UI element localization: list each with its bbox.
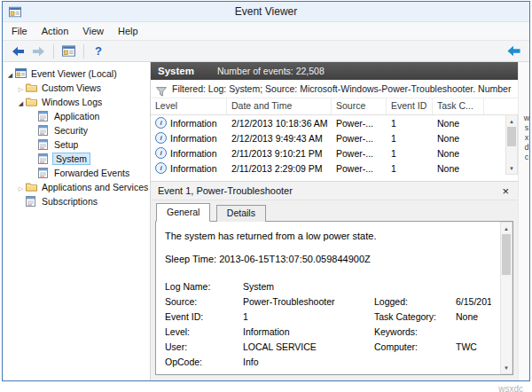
field-row: User: LOCAL SERVICE Computer: TWC [165,339,491,354]
watermark-bottom: wsxdc [498,384,523,392]
field-row: Event ID: 1 Task Category: None [165,309,491,324]
field-row: Level: Information Keywords: [165,324,491,339]
filter-text: Filtered: Log: System; Source: Microsoft… [172,83,512,94]
right-edge-strip [518,62,529,380]
toolbar-separator [53,44,54,59]
tree-item-custom-views[interactable]: Custom Views [3,81,150,95]
field-row: Log Name: System [165,278,491,294]
event-row[interactable]: iInformation 2/11/2013 2:29:09 PM Power-… [151,161,518,176]
tree-item-system[interactable]: System [3,152,150,166]
log-header-bar: System Number of events: 22,508 [151,62,518,80]
pane-left-arrow-icon[interactable] [504,43,523,59]
scrollbar-thumb[interactable] [502,234,511,275]
expander-icon[interactable] [5,68,15,79]
console-icon [15,68,27,79]
funnel-icon [156,84,167,94]
results-pane: System Number of events: 22,508 Filtered… [151,62,518,380]
event-list-header: Level Date and Time Source Event ID Task… [151,98,518,115]
log-name: System [158,66,194,76]
tree-item-forwarded-events[interactable]: Forwarded Events [3,166,150,180]
event-viewer-window: Event Viewer File Action View Help ? [2,1,530,381]
screenshot-root: Event Viewer File Action View Help ? [0,0,532,392]
folder-icon [26,182,38,192]
forward-arrow-icon[interactable] [28,43,48,59]
event-detail-pane: Event 1, Power-Troubleshooter × General … [151,181,518,380]
column-header-source[interactable]: Source [332,98,387,114]
filter-notice-bar: Filtered: Log: System; Source: Microsoft… [151,80,518,98]
event-detail-title: Event 1, Power-Troubleshooter [158,185,293,196]
pane-splitter[interactable] [151,175,518,181]
event-message: The system has returned from a low power… [165,231,491,241]
main-area: Event Viewer (Local) Custom Views Window… [3,62,529,380]
scrollbar-thumb[interactable] [507,127,516,146]
information-icon: i [155,132,167,144]
column-header-date-time[interactable]: Date and Time [227,98,332,114]
scroll-down-icon[interactable]: ▼ [506,162,517,174]
event-list-scrollbar[interactable]: ▲ ▼ [505,114,518,175]
tree-item-security[interactable]: Security [3,123,150,137]
back-arrow-icon[interactable] [8,43,27,59]
console-window-icon[interactable] [59,43,78,59]
watermark-side: wsxdc [522,114,531,162]
title-bar[interactable]: Event Viewer [3,2,529,22]
event-row[interactable]: iInformation 2/12/2013 9:49:43 AM Power-… [151,130,518,145]
tab-general[interactable]: General [156,203,210,222]
log-icon [38,139,51,150]
column-header-level[interactable]: Level [151,98,227,114]
console-tree: Event Viewer (Local) Custom Views Window… [3,62,151,380]
menu-action[interactable]: Action [35,24,76,38]
tree-item-applications-services-logs[interactable]: Applications and Services Logs [3,180,150,194]
menu-bar: File Action View Help [3,22,529,41]
field-row: Source: Power-Troubleshooter Logged: 6/1… [165,294,491,309]
tab-details[interactable]: Details [216,205,266,222]
tree-item-application[interactable]: Application [3,109,150,123]
tree-item-windows-logs[interactable]: Windows Logs [3,95,150,109]
expander-icon[interactable] [16,182,26,192]
tree-item-subscriptions[interactable]: Subscriptions [3,194,150,208]
scroll-up-icon[interactable]: ▲ [501,223,512,234]
expander-icon[interactable] [16,82,26,93]
event-row[interactable]: iInformation 2/12/2013 10:18:36 AM Power… [151,115,518,130]
event-list: Level Date and Time Source Event ID Task… [151,98,518,175]
close-icon[interactable]: × [500,185,511,197]
column-header-event-id[interactable]: Event ID [387,98,433,114]
information-icon: i [155,162,167,174]
menu-file[interactable]: File [4,24,35,38]
tree-item-setup[interactable]: Setup [3,137,150,152]
events-count: Number of events: 22,508 [217,66,325,76]
menu-help[interactable]: Help [111,24,145,38]
menu-view[interactable]: View [75,24,111,38]
general-tab-content: The system has returned from a low power… [156,222,512,369]
event-row[interactable]: iInformation 2/11/2013 9:10:21 PM Power-… [151,145,518,161]
toolbar: ? [3,41,529,62]
scroll-down-icon[interactable]: ▼ [501,362,512,373]
event-detail-header: Event 1, Power-Troubleshooter × [151,182,518,200]
toolbar-separator [83,44,84,59]
detail-body: The system has returned from a low power… [155,221,513,375]
log-icon [38,153,51,164]
log-icon [26,196,38,207]
log-icon [38,168,51,178]
log-icon [38,125,51,136]
app-icon [9,5,21,17]
information-icon: i [155,147,167,159]
expander-icon[interactable] [16,97,26,107]
column-header-task-category[interactable]: Task C... [433,98,484,114]
detail-scrollbar[interactable]: ▲ ▼ [500,222,512,374]
information-icon: i [155,117,167,129]
window-title: Event Viewer [3,2,529,21]
help-icon[interactable]: ? [89,43,108,59]
folder-icon [26,97,38,107]
tree-item-event-viewer-local[interactable]: Event Viewer (Local) [3,67,150,81]
detail-tabs: General Details [151,200,518,222]
scroll-up-icon[interactable]: ▲ [506,115,517,127]
log-icon [38,111,51,122]
event-sleep-time: Sleep Time: 2013-06-15T13:07:50.05984490… [165,254,491,264]
folder-icon [26,82,38,93]
field-row: OpCode: Info [165,354,491,369]
